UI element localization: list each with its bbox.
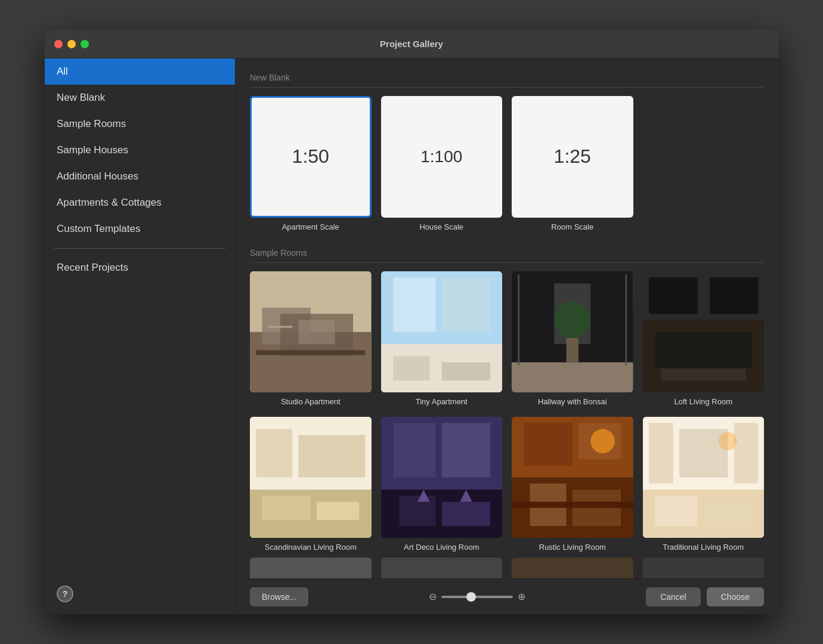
svg-rect-62 <box>703 501 751 526</box>
sidebar: All New Blank Sample Rooms Sample Houses… <box>45 58 236 614</box>
room-item-loft-living-room[interactable]: Loft Living Room <box>643 271 765 407</box>
template-label-room-scale: Room Scale <box>551 222 593 231</box>
svg-rect-21 <box>625 274 627 366</box>
action-buttons: Cancel Choose <box>646 587 764 606</box>
room-label-loft-living-room: Loft Living Room <box>674 397 732 407</box>
svg-rect-39 <box>441 423 490 478</box>
svg-point-17 <box>554 301 590 338</box>
room-item-hallway-bonsai[interactable]: Hallway with Bonsai <box>512 271 633 407</box>
svg-rect-4 <box>256 350 365 355</box>
room-item-tiny-apartment[interactable]: Tiny Apartment <box>381 271 503 407</box>
svg-rect-24 <box>649 277 697 314</box>
room-thumb-traditional-living-room <box>643 417 765 538</box>
zoom-in-icon: ⊕ <box>518 591 525 602</box>
svg-rect-31 <box>256 429 292 477</box>
svg-rect-27 <box>655 332 752 368</box>
template-label-house-scale: House Scale <box>419 222 463 231</box>
sidebar-item-custom-templates[interactable]: Custom Templates <box>45 216 235 242</box>
room-label-rustic-living-room: Rustic Living Room <box>539 543 606 553</box>
partial-room-4 <box>643 558 765 578</box>
cancel-button[interactable]: Cancel <box>646 587 701 606</box>
room-item-art-deco-living-room[interactable]: Art Deco Living Room <box>381 417 503 553</box>
svg-rect-13 <box>441 362 490 380</box>
content-area: New Blank 1:50 Apartment Scale 1:100 <box>236 58 778 578</box>
sidebar-item-additional-houses[interactable]: Additional Houses <box>45 163 235 190</box>
main-content: All New Blank Sample Rooms Sample Houses… <box>45 58 778 614</box>
sidebar-item-sample-houses[interactable]: Sample Houses <box>45 137 235 163</box>
zoom-out-icon: ⊖ <box>429 591 437 602</box>
zoom-slider[interactable] <box>441 596 513 598</box>
svg-rect-18 <box>567 338 578 362</box>
browse-button[interactable]: Browse... <box>250 587 308 606</box>
new-blank-section-header: New Blank <box>250 73 764 88</box>
sidebar-item-new-blank[interactable]: New Blank <box>45 85 235 111</box>
svg-point-49 <box>590 429 615 453</box>
svg-rect-28 <box>661 368 745 380</box>
svg-rect-9 <box>393 277 435 332</box>
template-item-room-scale[interactable]: 1:25 Room Scale <box>512 96 633 231</box>
sidebar-item-sample-rooms[interactable]: Sample Rooms <box>45 111 235 137</box>
sidebar-divider <box>54 248 225 249</box>
minimize-button[interactable] <box>67 40 76 48</box>
rooms-grid: Studio Apartment <box>250 271 764 553</box>
project-gallery-dialog: Project Gallery All New Blank Sample Roo… <box>45 30 778 614</box>
room-label-tiny-apartment: Tiny Apartment <box>416 397 468 407</box>
template-item-apartment-scale[interactable]: 1:50 Apartment Scale <box>250 96 372 231</box>
room-thumb-studio-apartment <box>250 271 372 393</box>
sidebar-item-recent-projects[interactable]: Recent Projects <box>45 255 235 281</box>
room-item-rustic-living-room[interactable]: Rustic Living Room <box>512 417 633 553</box>
room-item-traditional-living-room[interactable]: Traditional Living Room <box>643 417 765 553</box>
sidebar-item-all[interactable]: All <box>45 58 235 85</box>
room-label-traditional-living-room: Traditional Living Room <box>663 543 744 553</box>
room-thumb-hallway-bonsai <box>512 271 633 393</box>
sidebar-item-apartments-cottages[interactable]: Apartments & Cottages <box>45 190 235 216</box>
svg-rect-53 <box>512 501 633 507</box>
partial-room-3 <box>512 558 633 578</box>
template-thumb-house-scale: 1:100 <box>381 96 503 218</box>
svg-point-59 <box>719 432 737 450</box>
room-item-scandinavian-living-room[interactable]: Scandinavian Living Room <box>250 417 372 553</box>
svg-rect-20 <box>518 274 519 366</box>
svg-rect-61 <box>655 496 697 526</box>
svg-rect-57 <box>734 423 758 484</box>
room-item-studio-apartment[interactable]: Studio Apartment <box>250 271 372 407</box>
room-label-scandinavian-living-room: Scandinavian Living Room <box>265 543 357 553</box>
bottom-bar: Browse... ⊖ ⊕ Cancel Choose <box>236 578 778 614</box>
svg-rect-12 <box>393 356 429 380</box>
svg-rect-56 <box>649 423 673 484</box>
svg-rect-19 <box>512 362 633 392</box>
close-button[interactable] <box>54 40 63 48</box>
partial-room-1 <box>250 558 372 578</box>
template-item-house-scale[interactable]: 1:100 House Scale <box>381 96 503 231</box>
main-panel: New Blank 1:50 Apartment Scale 1:100 <box>236 58 778 614</box>
choose-button[interactable]: Choose <box>707 587 764 606</box>
room-thumb-loft-living-room <box>643 271 765 393</box>
help-button[interactable]: ? <box>57 586 73 602</box>
room-label-hallway-bonsai: Hallway with Bonsai <box>538 397 607 407</box>
svg-rect-6 <box>298 320 335 344</box>
svg-rect-41 <box>399 496 435 526</box>
window-controls <box>54 40 89 48</box>
templates-grid: 1:50 Apartment Scale 1:100 House Scale <box>250 96 764 231</box>
sample-rooms-section-header: Sample Rooms <box>250 248 764 263</box>
title-bar: Project Gallery <box>45 30 778 58</box>
svg-rect-47 <box>524 423 572 465</box>
zoom-control: ⊖ ⊕ <box>429 591 525 602</box>
svg-rect-10 <box>441 277 490 332</box>
svg-rect-42 <box>441 501 490 526</box>
svg-rect-32 <box>298 435 365 477</box>
room-thumb-tiny-apartment <box>381 271 503 393</box>
room-thumb-rustic-living-room <box>512 417 633 538</box>
svg-rect-34 <box>262 496 310 520</box>
template-thumb-apartment-scale: 1:50 <box>250 96 372 218</box>
partial-rooms-row <box>250 558 764 578</box>
room-thumb-art-deco-living-room <box>381 417 503 538</box>
maximize-button[interactable] <box>81 40 89 48</box>
svg-rect-5 <box>268 326 293 327</box>
template-label-apartment-scale: Apartment Scale <box>282 222 339 231</box>
room-label-studio-apartment: Studio Apartment <box>281 397 341 407</box>
template-thumb-room-scale: 1:25 <box>512 96 633 218</box>
room-label-art-deco-living-room: Art Deco Living Room <box>404 543 479 553</box>
room-thumb-scandinavian-living-room <box>250 417 372 538</box>
svg-rect-38 <box>393 423 435 478</box>
